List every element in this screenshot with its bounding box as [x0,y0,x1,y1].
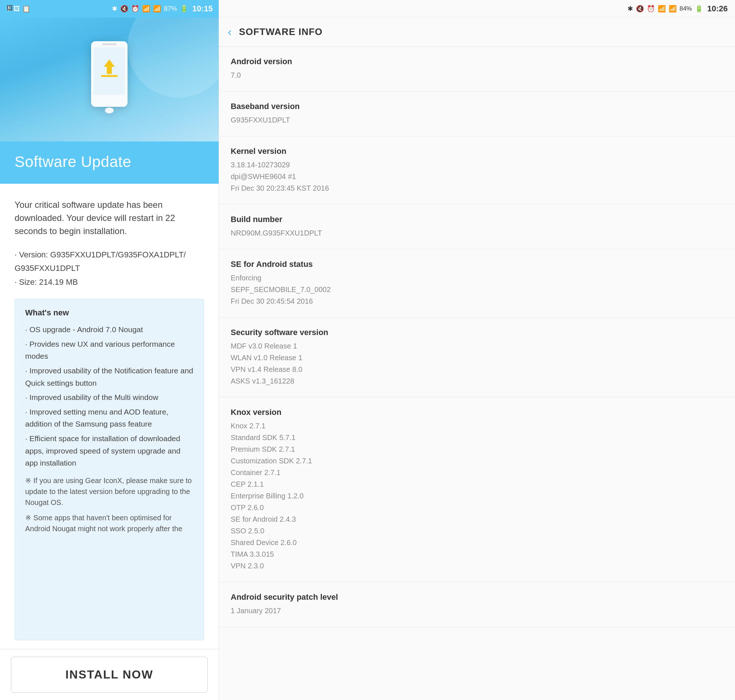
software-info-title: SOFTWARE INFO [239,26,323,38]
knox-version-value: Knox 2.7.1 Standard SDK 5.7.1 Premium SD… [231,420,723,572]
battery-icon: 🔋 [180,5,188,13]
right-wifi-icon: 📶 [658,5,666,13]
se-android-status-item: SE for Android status Enforcing SEPF_SEC… [219,249,735,318]
security-software-item: Security software version MDF v3.0 Relea… [219,318,735,397]
camera-icon: 🖼 [13,5,20,13]
right-header: ‹ SOFTWARE INFO [219,18,735,47]
se-android-status-label: SE for Android status [231,260,723,269]
android-security-patch-item: Android security patch level 1 January 2… [219,582,735,627]
knox-version-item: Knox version Knox 2.7.1 Standard SDK 5.7… [219,397,735,582]
security-software-value: MDF v3.0 Release 1 WLAN v1.0 Release 1 V… [231,340,723,387]
bluetooth-icon: ✱ [112,5,117,13]
back-button[interactable]: ‹ [228,25,232,39]
build-number-item: Build number NRD90M.G935FXXU1DPLT [219,204,735,249]
left-status-bar: ⬇ 🖼 📋 ✱ 🔇 ⏰ 📶 📶 87% 🔋 10:15 [0,0,219,18]
whats-new-item-2: · Improved usability of the Notification… [25,365,194,389]
baseband-version-value: G935FXXU1DPLT [231,114,723,126]
kernel-version-label: Kernel version [231,147,723,156]
whats-new-item-4: · Improved setting menu and AOD feature,… [25,406,194,430]
android-security-patch-value: 1 January 2017 [231,605,723,616]
battery-percent: 87% [164,5,177,13]
title-section: Software Update [0,141,219,184]
install-button-container: INSTALL NOW [0,649,219,700]
whats-new-title: What's new [25,308,194,318]
warning-0: ※ If you are using Gear IconX, please ma… [25,475,194,508]
svg-point-3 [105,107,114,113]
content-section: Your critical software update has been d… [0,184,219,649]
right-status-bar: 🖼 ✱ 🔇 ⏰ 📶 📶 84% 🔋 10:26 [219,0,735,18]
warning-text: ※ If you are using Gear IconX, please ma… [25,475,194,534]
size-info: · Size: 214.19 MB [15,275,204,289]
wifi-icon: 📶 [142,5,150,13]
baseband-version-label: Baseband version [231,102,723,111]
android-version-value: 7.0 [231,69,723,81]
right-mute-icon: 🔇 [636,5,644,13]
warning-1: ※ Some apps that haven't been optimised … [25,512,194,534]
whats-new-item-5: · Efficient space for installation of do… [25,432,194,469]
build-number-label: Build number [231,215,723,224]
android-version-label: Android version [231,57,723,66]
right-alarm-icon: ⏰ [647,5,655,13]
left-time: 10:15 [192,4,213,13]
alarm-icon: ⏰ [131,5,139,13]
android-version-item: Android version 7.0 [219,47,735,91]
right-bluetooth-icon: ✱ [628,5,633,13]
svg-rect-2 [102,43,117,45]
kernel-version-item: Kernel version 3.18.14-10273029 dpi@SWHE… [219,136,735,204]
build-number-value: NRD90M.G935FXXU1DPLT [231,227,723,239]
right-time: 10:26 [707,4,728,13]
right-signal-icon: 📶 [669,5,677,13]
knox-version-label: Knox version [231,407,723,417]
right-panel: 🖼 ✱ 🔇 ⏰ 📶 📶 84% 🔋 10:26 ‹ SOFTWARE INFO … [219,0,735,700]
whats-new-box: What's new · OS upgrade - Android 7.0 No… [15,299,204,640]
version-info: · Version: G935FXXU1DPLT/G935FOXA1DPLT/ … [15,248,204,275]
whats-new-items: · OS upgrade - Android 7.0 Nougat · Prov… [25,324,194,469]
whats-new-item-1: · Provides new UX and various performanc… [25,338,194,362]
right-gallery-icon: 🖼 [7,4,13,12]
clipboard-icon: 📋 [22,5,30,13]
svg-rect-5 [101,75,118,77]
signal-icon: 📶 [153,5,161,13]
left-status-right: ✱ 🔇 ⏰ 📶 📶 87% 🔋 10:15 [112,4,213,13]
baseband-version-item: Baseband version G935FXXU1DPLT [219,91,735,136]
right-battery-percent: 84% [679,5,692,12]
kernel-version-value: 3.18.14-10273029 dpi@SWHE9604 #1 Fri Dec… [231,159,723,194]
info-list: Android version 7.0 Baseband version G93… [219,47,735,700]
phone-download-illustration [86,40,133,119]
android-security-patch-label: Android security patch level [231,593,723,602]
se-android-status-value: Enforcing SEPF_SECMOBILE_7.0_0002 Fri De… [231,272,723,307]
whats-new-item-3: · Improved usability of the Multi window [25,391,194,404]
security-software-label: Security software version [231,328,723,337]
left-panel: ⬇ 🖼 📋 ✱ 🔇 ⏰ 📶 📶 87% 🔋 10:15 [0,0,219,700]
install-now-button[interactable]: INSTALL NOW [11,657,208,693]
right-battery-icon: 🔋 [695,5,703,13]
update-details: · Version: G935FXXU1DPLT/G935FOXA1DPLT/ … [15,248,204,289]
page-title: Software Update [15,153,204,171]
right-status-icons: ✱ 🔇 ⏰ 📶 📶 84% 🔋 10:26 [628,4,728,13]
description-text: Your critical software update has been d… [15,199,204,238]
hero-section [0,18,219,141]
whats-new-item-0: · OS upgrade - Android 7.0 Nougat [25,324,194,336]
mute-icon: 🔇 [120,5,128,13]
